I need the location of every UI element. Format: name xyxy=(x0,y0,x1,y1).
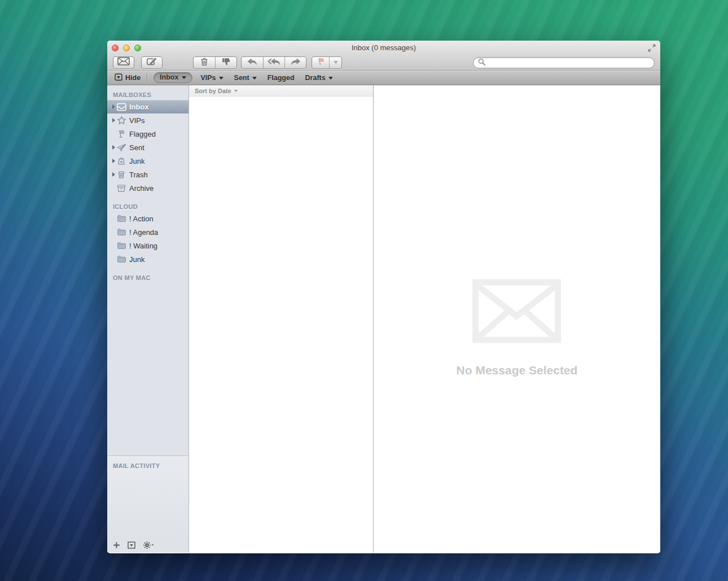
sidebar-item-label: Sent xyxy=(129,143,144,152)
mail-activity-panel: MAIL ACTIVITY xyxy=(107,456,188,537)
favorites-item-drafts[interactable]: Drafts xyxy=(305,74,333,82)
favorites-item-inbox[interactable]: Inbox xyxy=(154,72,192,83)
window-titlebar[interactable]: Inbox (0 messages) xyxy=(107,41,660,55)
inbox-tray-icon xyxy=(116,102,126,111)
toolbar xyxy=(107,54,660,71)
mail-activity-header: MAIL ACTIVITY xyxy=(107,461,188,471)
get-mail-button[interactable] xyxy=(113,56,134,69)
favorites-sent-label: Sent xyxy=(234,74,249,82)
hide-label: Hide xyxy=(125,74,141,82)
flag-button[interactable] xyxy=(312,57,329,68)
thumbs-down-icon xyxy=(221,57,231,68)
show-activity-icon xyxy=(128,541,135,549)
reply-button[interactable] xyxy=(242,57,263,68)
folder-icon xyxy=(116,214,126,223)
sidebar-item-inbox[interactable]: Inbox xyxy=(107,100,188,113)
flag-icon xyxy=(116,129,126,138)
no-message-selected-text: No Message Selected xyxy=(457,364,578,377)
chevron-down-icon xyxy=(219,77,223,80)
delete-button[interactable] xyxy=(194,57,215,68)
message-view-pane: No Message Selected xyxy=(374,85,660,553)
search-field[interactable] xyxy=(473,57,655,68)
archive-box-icon xyxy=(116,184,126,193)
sidebar-bottom-bar xyxy=(107,537,188,553)
search-input[interactable] xyxy=(488,59,650,67)
sidebar-item-label: Inbox xyxy=(129,103,149,111)
sort-label: Sort by Date xyxy=(195,88,231,94)
sidebar-item-agenda[interactable]: ! Agenda xyxy=(107,225,188,239)
favorites-item-vips[interactable]: VIPs xyxy=(200,74,223,82)
sidebar-item-label: Archive xyxy=(129,184,154,193)
gear-icon xyxy=(143,541,154,549)
reply-all-arrow-icon xyxy=(267,58,281,68)
sidebar-item-label: Junk xyxy=(129,157,144,165)
chevron-down-icon xyxy=(182,76,186,79)
favorites-bar: Hide Inbox VIPs Sent Flagged Drafts xyxy=(107,71,660,85)
folder-icon xyxy=(116,241,126,250)
delete-junk-group xyxy=(193,56,237,69)
fullscreen-icon[interactable] xyxy=(648,44,656,52)
trash-icon xyxy=(200,57,209,68)
compose-button[interactable] xyxy=(141,56,163,69)
forward-arrow-icon xyxy=(290,58,301,68)
sidebar-item-junk[interactable]: Junk xyxy=(107,154,188,168)
sidebar-item-label: Flagged xyxy=(129,130,156,138)
disclosure-triangle-icon[interactable] xyxy=(111,118,116,123)
flag-dropdown-button[interactable] xyxy=(329,57,341,68)
plus-icon xyxy=(113,541,120,549)
paper-plane-icon xyxy=(116,143,126,152)
sidebar-item-label: Trash xyxy=(129,171,148,179)
chevron-down-icon xyxy=(328,77,333,80)
reply-group xyxy=(241,56,306,69)
hide-favorites-button[interactable]: Hide xyxy=(115,73,141,82)
trash-icon xyxy=(116,170,126,179)
sidebar-item-vips[interactable]: VIPs xyxy=(107,113,188,127)
message-list: Sort by Date xyxy=(189,85,374,553)
forward-button[interactable] xyxy=(284,57,306,68)
add-mailbox-button[interactable] xyxy=(113,541,120,549)
disclosure-triangle-icon[interactable] xyxy=(111,172,116,177)
favorites-drafts-label: Drafts xyxy=(305,74,326,82)
sidebar-item-flagged[interactable]: Flagged xyxy=(107,127,188,141)
action-menu-button[interactable] xyxy=(143,541,154,549)
junk-button[interactable] xyxy=(215,57,236,68)
sort-by-button[interactable]: Sort by Date xyxy=(189,85,373,97)
search-icon xyxy=(478,58,485,68)
flag-group xyxy=(312,56,342,69)
window-content: MAILBOXES Inbox VIPs xyxy=(107,85,660,553)
star-icon xyxy=(116,116,126,125)
window-title: Inbox (0 messages) xyxy=(107,41,660,55)
sidebar-item-archive[interactable]: Archive xyxy=(107,181,188,195)
mail-window: Inbox (0 messages) xyxy=(107,41,660,553)
disclosure-triangle-icon[interactable] xyxy=(111,145,116,150)
favorites-item-flagged[interactable]: Flagged xyxy=(267,74,295,82)
sidebar-item-label: Junk xyxy=(129,255,144,264)
chevron-down-icon xyxy=(234,90,238,92)
chevron-down-icon xyxy=(334,61,338,64)
favorites-item-sent[interactable]: Sent xyxy=(234,74,257,82)
folder-icon xyxy=(116,255,126,264)
section-header-icloud: ICLOUD xyxy=(107,202,188,212)
sidebar-item-icloud-junk[interactable]: Junk xyxy=(107,252,188,266)
sidebar-item-label: ! Action xyxy=(129,215,154,223)
sidebar-item-trash[interactable]: Trash xyxy=(107,168,188,181)
disclosure-triangle-icon[interactable] xyxy=(111,159,116,163)
flag-icon xyxy=(316,57,325,68)
chevron-down-icon xyxy=(252,77,257,80)
compose-icon xyxy=(146,57,157,68)
toggle-mail-activity-button[interactable] xyxy=(128,541,135,549)
hide-panel-icon xyxy=(115,73,122,82)
sidebar-item-label: ! Agenda xyxy=(129,228,158,237)
sidebar-scroll-area: MAILBOXES Inbox VIPs xyxy=(107,85,188,456)
empty-state: No Message Selected xyxy=(457,279,578,377)
reply-all-button[interactable] xyxy=(263,57,284,68)
sidebar-item-label: ! Waiting xyxy=(129,242,157,250)
sidebar-item-waiting[interactable]: ! Waiting xyxy=(107,239,188,252)
window-chrome: Inbox (0 messages) xyxy=(107,41,660,71)
disclosure-triangle-icon[interactable] xyxy=(111,104,116,109)
sidebar-item-action[interactable]: ! Action xyxy=(107,212,188,225)
section-header-on-my-mac: ON MY MAC xyxy=(107,273,188,283)
mailbox-sidebar: MAILBOXES Inbox VIPs xyxy=(107,85,189,553)
sidebar-item-label: VIPs xyxy=(129,116,144,125)
sidebar-item-sent[interactable]: Sent xyxy=(107,141,188,154)
